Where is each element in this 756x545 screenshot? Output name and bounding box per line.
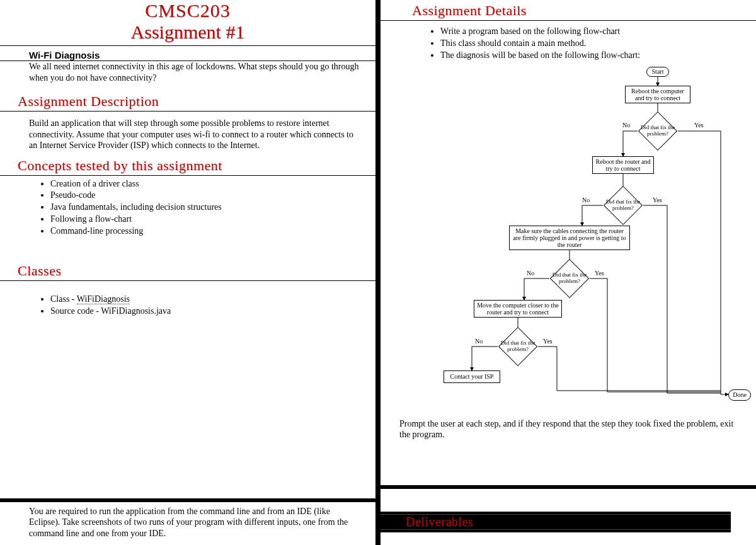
flow-label-no: No <box>527 270 534 277</box>
list-item: The diagnosis will be based on the follo… <box>440 50 743 62</box>
list-item: Following a flow-chart <box>50 214 363 226</box>
flow-label-yes: Yes <box>595 270 604 277</box>
concepts-heading: Concepts tested by this assignment <box>0 156 375 176</box>
details-list: Write a program based on the following f… <box>381 21 756 62</box>
flow-label-yes: Yes <box>694 122 704 129</box>
flow-decision-4: Did that fix the problem? <box>498 333 538 360</box>
flow-step-check-cables: Make sure the cables connecting the rout… <box>509 226 630 250</box>
concepts-list: Creation of a driver class Pseudo-code J… <box>0 176 375 238</box>
deliverables-heading: Deliverables <box>381 514 731 530</box>
list-item: Java fundamentals, including decision st… <box>50 202 363 214</box>
flow-step-reboot-router: Reboot the router and try to connect <box>592 156 654 174</box>
list-item: Pseudo-code <box>50 190 363 202</box>
class-prefix: Class - <box>50 294 77 304</box>
list-item: Command-line processing <box>50 226 363 238</box>
flow-step-contact-isp: Contact your ISP <box>444 370 500 383</box>
class-link[interactable]: WiFiDiagnosis <box>77 294 130 304</box>
flow-decision-3: Did that fix the problem? <box>549 265 590 292</box>
flow-done: Done <box>728 389 751 401</box>
flow-decision-1: Did that fix the problem? <box>638 117 678 145</box>
left-column: CMSC203 Assignment #1 Wi-Fi Diagnosis We… <box>0 0 375 545</box>
flow-label-yes: Yes <box>543 338 553 345</box>
topic-body: We all need internet connectivity in thi… <box>0 61 375 83</box>
topic-heading: Wi-Fi Diagnosis <box>0 50 375 61</box>
flow-label-no: No <box>622 122 630 129</box>
flowchart: Start Reboot the computer and try to con… <box>381 62 756 415</box>
flow-start: Start <box>646 67 669 77</box>
flow-label-no: No <box>582 197 590 204</box>
prompt-instruction: Prompt the user at each step, and if the… <box>381 415 756 440</box>
list-item: Write a program based on the following f… <box>440 26 743 38</box>
footer-note: You are required to run the application … <box>0 506 375 546</box>
list-item: This class should contain a main method. <box>440 38 743 50</box>
flow-label-no: No <box>475 338 483 345</box>
list-item: Creation of a driver class <box>50 178 363 190</box>
assignment-title: Assignment #1 <box>0 21 375 43</box>
flow-step-move-closer: Move the computer closer to the router a… <box>474 300 562 318</box>
details-heading: Assignment Details <box>381 0 756 21</box>
flow-decision-2: Did that fix the problem? <box>603 192 643 219</box>
right-column: Assignment Details Write a program based… <box>381 0 756 545</box>
list-item: Class - WiFiDiagnosis <box>50 294 363 306</box>
description-heading: Assignment Description <box>0 92 375 112</box>
course-title: CMSC203 <box>0 0 375 21</box>
flow-step-reboot-computer: Reboot the computer and try to connect <box>625 86 690 103</box>
list-item: Source code - WiFiDiagnosis.java <box>50 306 363 318</box>
classes-heading: Classes <box>0 261 375 281</box>
flow-label-yes: Yes <box>653 197 662 204</box>
deliverables-banner: Deliverables <box>381 512 731 532</box>
description-body: Build an application that will step thro… <box>0 118 375 151</box>
classes-list: Class - WiFiDiagnosis Source code - WiFi… <box>0 281 375 318</box>
